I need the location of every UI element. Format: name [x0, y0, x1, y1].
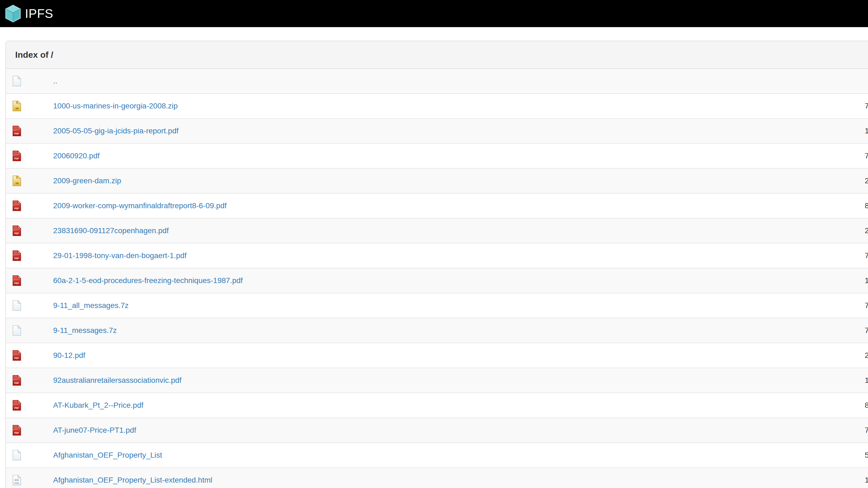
file-link[interactable]: 2009-green-dam.zip [53, 176, 121, 185]
file-icon-cell [6, 168, 49, 193]
table-row: 2009-green-dam.zip2 [6, 168, 868, 193]
file-size: 1 [865, 119, 868, 143]
file-icon-cell [6, 468, 49, 488]
file-name-cell: 60a-2-1-5-eod-procedures-freezing-techni… [49, 268, 865, 293]
file-name-cell: 23831690-091127copenhagen.pdf [49, 218, 865, 243]
file-name-cell: 29-01-1998-tony-van-den-bogaert-1.pdf [49, 243, 865, 268]
file-list: ..1000-us-marines-in-georgia-2008.zip720… [6, 69, 868, 488]
file-icon-cell [6, 418, 49, 443]
table-row: .. [6, 69, 868, 94]
file-link[interactable]: Afghanistan_OEF_Property_List-extended.h… [53, 476, 212, 484]
directory-listing-panel: Index of / ..1000-us-marines-in-georgia-… [5, 41, 868, 488]
pdf-file-icon [12, 350, 21, 361]
file-link[interactable]: 2005-05-05-gig-ia-jcids-pia-report.pdf [53, 127, 179, 135]
file-name-cell: 9-11_messages.7z [49, 318, 865, 343]
file-size: 8 [865, 193, 868, 218]
file-name-cell: 9-11_all_messages.7z [49, 293, 865, 318]
file-icon-cell [6, 243, 49, 268]
file-name-cell: 92australianretailersassociationvic.pdf [49, 368, 865, 393]
file-icon-cell [6, 443, 49, 468]
zip-file-icon [12, 101, 21, 111]
generic-file-icon [12, 450, 21, 461]
table-row: Afghanistan_OEF_Property_List-extended.h… [6, 468, 868, 488]
table-row: 9-11_all_messages.7z7 [6, 293, 868, 318]
file-icon-cell [6, 94, 49, 119]
table-row: 90-12.pdf2 [6, 343, 868, 368]
pdf-file-icon [12, 200, 21, 211]
file-link[interactable]: 1000-us-marines-in-georgia-2008.zip [53, 102, 178, 110]
file-icon-cell [6, 343, 49, 368]
file-icon-cell [6, 143, 49, 168]
file-size: 1 [865, 368, 868, 393]
pdf-file-icon [12, 275, 21, 286]
pdf-file-icon [12, 425, 21, 436]
pdf-file-icon [12, 400, 21, 411]
file-name-cell: 1000-us-marines-in-georgia-2008.zip [49, 94, 865, 119]
file-table: Index of / ..1000-us-marines-in-georgia-… [6, 41, 868, 488]
file-icon-cell [6, 119, 49, 143]
generic-file-icon [12, 300, 21, 311]
file-size: 7 [865, 293, 868, 318]
pdf-file-icon [12, 126, 21, 136]
file-name-cell: Afghanistan_OEF_Property_List-extended.h… [49, 468, 865, 488]
file-name-cell: 90-12.pdf [49, 343, 865, 368]
generic-file-icon [12, 325, 21, 336]
file-name-cell: 2009-green-dam.zip [49, 168, 865, 193]
file-link[interactable]: AT-june07-Price-PT1.pdf [53, 426, 136, 434]
table-row: 60a-2-1-5-eod-procedures-freezing-techni… [6, 268, 868, 293]
file-size: 7 [865, 143, 868, 168]
file-name-cell: Afghanistan_OEF_Property_List [49, 443, 865, 468]
file-icon-cell [6, 69, 49, 94]
file-icon-cell [6, 193, 49, 218]
listing-header-row: Index of / [6, 41, 868, 69]
table-row: 92australianretailersassociationvic.pdf1 [6, 368, 868, 393]
table-row: 20060920.pdf7 [6, 143, 868, 168]
file-name-cell: .. [49, 69, 865, 94]
file-link[interactable]: 29-01-1998-tony-van-den-bogaert-1.pdf [53, 251, 187, 260]
file-size: 1 [865, 468, 868, 488]
file-link[interactable]: 9-11_all_messages.7z [53, 301, 129, 310]
file-link[interactable]: 2009-worker-comp-wymanfinaldraftreport8-… [53, 201, 227, 210]
zip-file-icon [12, 175, 21, 186]
table-row: 2005-05-05-gig-ia-jcids-pia-report.pdf1 [6, 119, 868, 143]
brand-title: IPFS [25, 7, 53, 20]
file-link[interactable]: AT-Kubark_Pt_2--Price.pdf [53, 401, 144, 410]
file-icon-cell [6, 293, 49, 318]
table-row: AT-Kubark_Pt_2--Price.pdf8 [6, 393, 868, 418]
file-size: 8 [865, 393, 868, 418]
table-row: 29-01-1998-tony-van-den-bogaert-1.pdf7 [6, 243, 868, 268]
file-link[interactable]: 90-12.pdf [53, 351, 85, 359]
file-icon-cell [6, 368, 49, 393]
file-icon-cell [6, 318, 49, 343]
file-size: 2 [865, 343, 868, 368]
file-link[interactable]: 23831690-091127copenhagen.pdf [53, 226, 169, 235]
file-link[interactable]: 60a-2-1-5-eod-procedures-freezing-techni… [53, 276, 243, 285]
table-row: Afghanistan_OEF_Property_List5 [6, 443, 868, 468]
parent-directory-link[interactable]: .. [53, 77, 58, 85]
file-size: 5 [865, 443, 868, 468]
file-icon-cell [6, 218, 49, 243]
table-row: 23831690-091127copenhagen.pdf2 [6, 218, 868, 243]
html-file-icon [12, 475, 21, 486]
file-link[interactable]: Afghanistan_OEF_Property_List [53, 451, 162, 459]
file-size: 7 [865, 94, 868, 119]
file-name-cell: 2005-05-05-gig-ia-jcids-pia-report.pdf [49, 119, 865, 143]
file-size: 7 [865, 243, 868, 268]
file-size: 7 [865, 318, 868, 343]
pdf-file-icon [12, 250, 21, 261]
file-size [865, 69, 868, 94]
table-row: 9-11_messages.7z7 [6, 318, 868, 343]
pdf-file-icon [12, 375, 21, 386]
file-link[interactable]: 20060920.pdf [53, 152, 99, 160]
table-row: AT-june07-Price-PT1.pdf7 [6, 418, 868, 443]
pdf-file-icon [12, 225, 21, 236]
listing-title: Index of / [6, 41, 868, 69]
pdf-file-icon [12, 151, 21, 161]
file-name-cell: AT-june07-Price-PT1.pdf [49, 418, 865, 443]
file-size: 2 [865, 218, 868, 243]
ipfs-cube-icon [5, 5, 21, 23]
file-link[interactable]: 9-11_messages.7z [53, 326, 117, 334]
file-link[interactable]: 92australianretailersassociationvic.pdf [53, 376, 182, 384]
file-size: 2 [865, 168, 868, 193]
file-name-cell: 2009-worker-comp-wymanfinaldraftreport8-… [49, 193, 865, 218]
